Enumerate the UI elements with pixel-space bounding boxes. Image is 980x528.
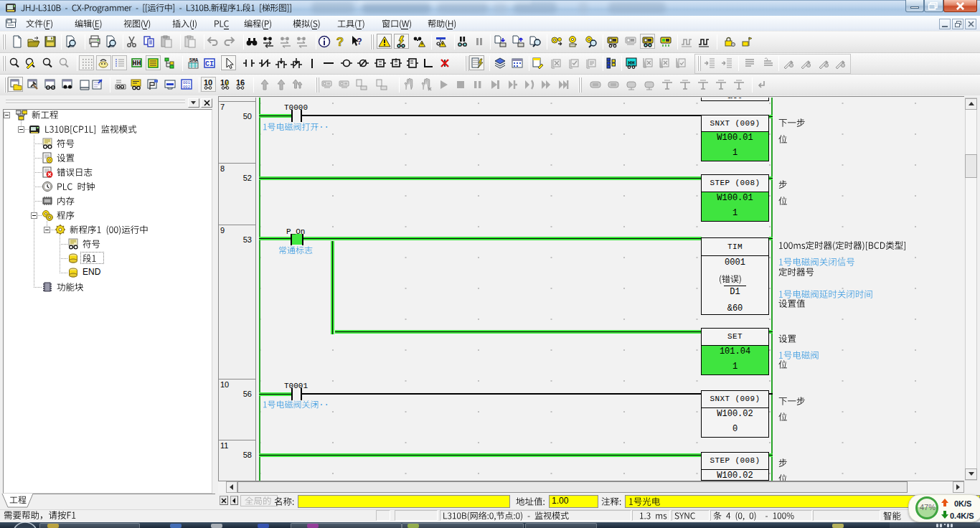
- svg-text:002: 002: [183, 85, 190, 90]
- svg-text:HH: HH: [628, 60, 635, 66]
- svg-text:?: ?: [357, 37, 362, 47]
- svg-text:CI: CI: [205, 60, 214, 68]
- svg-text:HH: HH: [132, 60, 141, 67]
- svg-text:10: 10: [204, 78, 212, 87]
- svg-text:16: 16: [236, 78, 245, 87]
- svg-text:?: ?: [336, 35, 344, 48]
